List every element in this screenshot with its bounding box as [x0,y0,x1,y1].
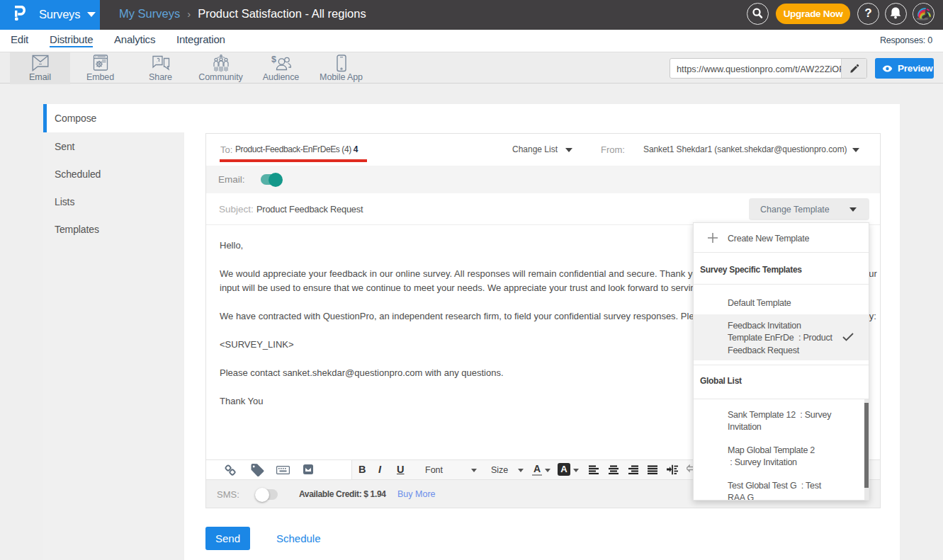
svg-text:$: $ [271,55,276,64]
